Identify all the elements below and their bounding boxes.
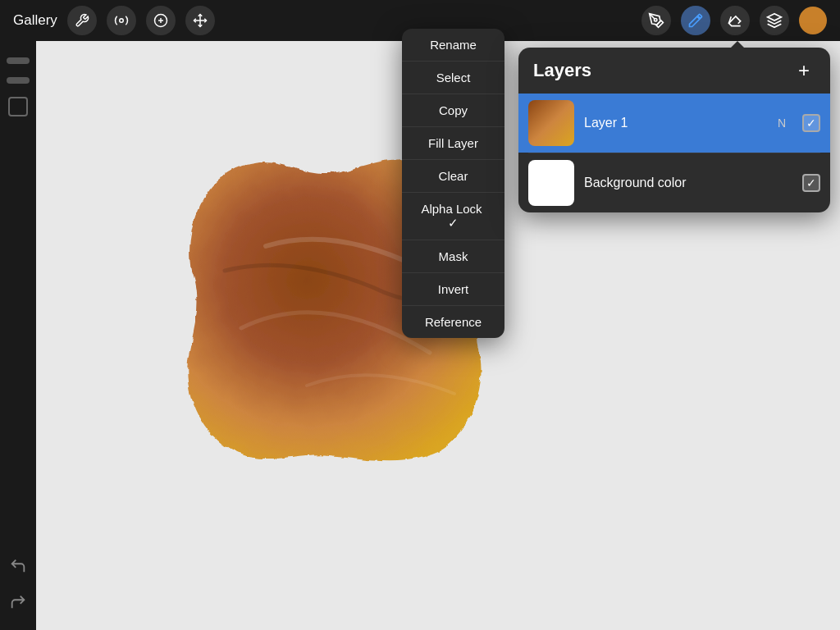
opacity-slider[interactable] (7, 57, 30, 64)
layer-thumbnail-layer1 (528, 100, 574, 146)
layer-visibility-background[interactable] (802, 174, 820, 192)
context-menu: Rename Select Copy Fill Layer Clear Alph… (402, 29, 504, 338)
gallery-button[interactable]: Gallery (13, 12, 57, 29)
undo-icon (9, 557, 27, 575)
context-menu-select[interactable]: Select (402, 62, 504, 94)
smudge-icon (153, 13, 168, 28)
layers-panel-button[interactable] (760, 6, 789, 35)
context-menu-fill-layer[interactable]: Fill Layer (402, 127, 504, 160)
wrench-icon-button[interactable] (67, 6, 97, 35)
svg-point-0 (120, 19, 124, 23)
context-menu-clear[interactable]: Clear (402, 160, 504, 193)
context-menu-rename[interactable]: Rename (402, 29, 504, 62)
size-slider[interactable] (7, 77, 30, 84)
select-icon-button[interactable] (185, 6, 215, 35)
toolbar-left: Gallery (13, 6, 215, 35)
layers-panel-caret (729, 41, 746, 49)
layer-item-background[interactable]: Background color (518, 153, 830, 212)
smudge-icon-button[interactable] (146, 6, 176, 35)
layer-visibility-layer1[interactable] (802, 114, 820, 132)
context-menu-copy[interactable]: Copy (402, 94, 504, 127)
color-picker[interactable] (8, 97, 28, 116)
layer-name-background: Background color (584, 176, 792, 190)
wrench-icon (75, 13, 89, 28)
layer-thumbnail-background (528, 160, 574, 206)
redo-icon (9, 593, 27, 611)
brush-tool-button[interactable] (681, 6, 710, 35)
adjust-icon (114, 13, 129, 28)
context-menu-alpha-lock[interactable]: Alpha Lock ✓ (402, 193, 504, 240)
alpha-lock-checkmark: ✓ (448, 216, 459, 230)
layers-panel: Layers + Layer 1 N Background color (518, 48, 830, 212)
eraser-tool-button[interactable] (720, 6, 750, 35)
layers-icon (766, 12, 783, 29)
toolbar-right (641, 6, 827, 35)
layers-header: Layers + (518, 48, 830, 94)
undo-button[interactable] (7, 555, 30, 578)
adjust-icon-button[interactable] (107, 6, 136, 35)
brush-icon (687, 12, 704, 29)
layer-item-layer1[interactable]: Layer 1 N (518, 94, 830, 153)
context-menu-mask[interactable]: Mask (402, 240, 504, 273)
selection-icon (193, 13, 208, 28)
pen-tool-button[interactable] (641, 6, 671, 35)
layers-title: Layers (533, 60, 591, 81)
svg-marker-4 (768, 14, 782, 21)
context-menu-reference[interactable]: Reference (402, 306, 504, 338)
redo-button[interactable] (7, 591, 30, 614)
layer-name-layer1: Layer 1 (584, 116, 768, 130)
eraser-icon (727, 12, 743, 29)
add-layer-button[interactable]: + (792, 59, 815, 82)
layer-mode-layer1: N (778, 116, 786, 130)
context-menu-invert[interactable]: Invert (402, 273, 504, 306)
avatar[interactable] (799, 7, 827, 34)
pen-icon (648, 12, 664, 29)
sidebar (0, 41, 36, 630)
svg-point-3 (655, 19, 657, 21)
